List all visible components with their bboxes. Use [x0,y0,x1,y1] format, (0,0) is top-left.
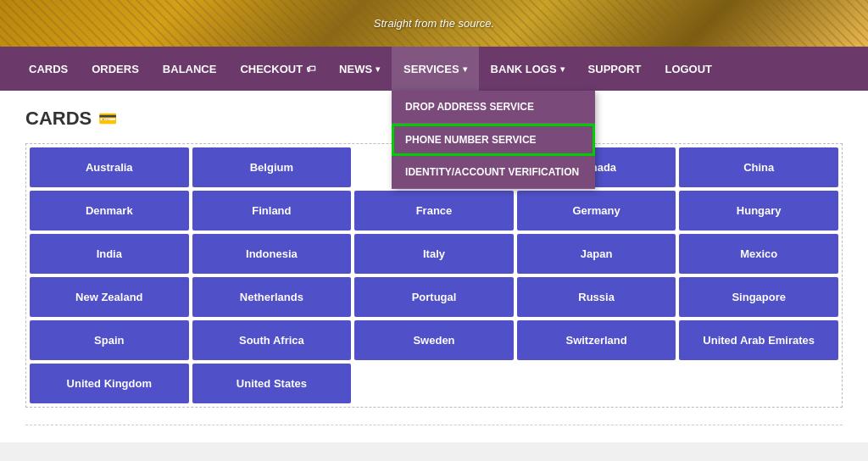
nav-services[interactable]: SERVICES ▾ [392,47,479,91]
country-cell[interactable]: Belgium [192,147,352,187]
country-cell[interactable]: United States [192,364,352,403]
checkout-icon: 🏷 [306,64,315,74]
country-cell[interactable]: Denmark [30,191,189,230]
country-cell[interactable]: New Zealand [30,277,189,317]
country-cell[interactable]: United Kingdom [30,364,189,403]
country-cell[interactable]: Portugal [354,277,514,317]
dropdown-drop-address[interactable]: DROP ADDRESS SERVICE [392,91,595,124]
country-cell[interactable]: Australia [30,147,189,187]
country-cell[interactable]: Switzerland [517,320,676,360]
country-cell[interactable]: United Arab Emirates [679,320,838,360]
country-cell[interactable]: Japan [517,234,676,274]
country-cell[interactable]: Hungary [679,191,838,230]
country-cell[interactable]: Germany [517,191,676,230]
empty-cell [517,364,676,403]
banner-text: Straight from the source. [374,17,494,30]
country-cell[interactable]: Finland [192,191,352,230]
dropdown-phone-number[interactable]: PHONE NUMBER SERVICE [392,124,595,156]
country-cell[interactable]: South Africa [192,320,352,360]
bottom-divider [25,425,843,425]
nav-cards[interactable]: CARDS [17,47,80,91]
nav-logout[interactable]: LOGOUT [653,47,724,91]
country-cell[interactable]: Indonesia [192,234,352,274]
country-cell[interactable]: Mexico [679,234,838,274]
nav-balance[interactable]: BALANCE [151,47,229,91]
country-cell[interactable]: Singapore [679,277,838,317]
country-cell[interactable]: Spain [30,320,189,360]
navigation: CARDS ORDERS BALANCE CHECKOUT 🏷 NEWS ▾ S… [0,47,868,91]
country-cell[interactable]: Sweden [354,320,514,360]
banner: Straight from the source. [0,0,868,47]
nav-support[interactable]: SUPPORT [576,47,654,91]
country-cell[interactable]: Russia [517,277,676,317]
empty-cell [354,364,514,403]
nav-banklogs[interactable]: BANK LOGS ▾ [479,47,576,91]
nav-news[interactable]: NEWS ▾ [327,47,392,91]
cards-icon: 💳 [98,109,117,128]
nav-checkout[interactable]: CHECKOUT 🏷 [228,47,327,91]
nav-orders[interactable]: ORDERS [80,47,151,91]
country-cell[interactable]: Netherlands [192,277,352,317]
dropdown-identity-verify[interactable]: IDENTITY/ACCOUNT VERIFICATION [392,156,595,189]
empty-cell [679,364,838,403]
country-cell[interactable]: India [30,234,189,274]
country-cell[interactable]: Italy [354,234,514,274]
services-chevron-icon: ▾ [463,64,467,74]
country-cell[interactable]: France [354,191,514,230]
country-cell[interactable]: China [679,147,838,187]
services-dropdown: DROP ADDRESS SERVICE PHONE NUMBER SERVIC… [392,91,595,189]
news-chevron-icon: ▾ [376,64,380,74]
services-dropdown-wrapper: SERVICES ▾ DROP ADDRESS SERVICE PHONE NU… [392,47,479,91]
banklogs-chevron-icon: ▾ [560,64,565,74]
